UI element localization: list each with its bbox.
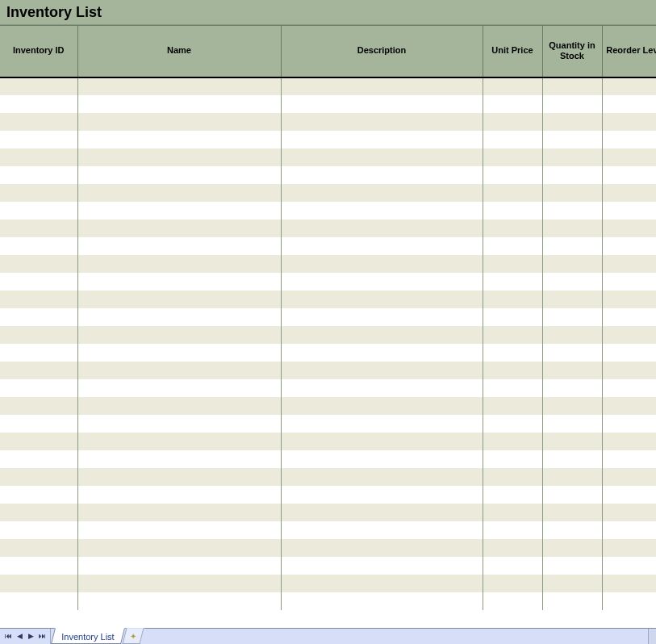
table-cell[interactable] bbox=[0, 113, 77, 131]
table-cell[interactable] bbox=[0, 166, 77, 184]
table-cell[interactable] bbox=[483, 592, 542, 610]
new-sheet-button[interactable]: ✦ bbox=[123, 628, 144, 644]
table-cell[interactable] bbox=[602, 113, 656, 131]
table-cell[interactable] bbox=[602, 362, 656, 379]
table-cell[interactable] bbox=[483, 433, 542, 450]
table-cell[interactable] bbox=[542, 557, 602, 575]
table-cell[interactable] bbox=[483, 77, 542, 95]
table-row[interactable] bbox=[0, 379, 656, 397]
table-row[interactable] bbox=[0, 95, 656, 113]
table-cell[interactable] bbox=[0, 450, 77, 468]
table-cell[interactable] bbox=[483, 273, 542, 291]
table-cell[interactable] bbox=[77, 113, 281, 131]
table-row[interactable] bbox=[0, 166, 656, 184]
table-cell[interactable] bbox=[542, 521, 602, 539]
table-cell[interactable] bbox=[602, 255, 656, 273]
table-cell[interactable] bbox=[542, 237, 602, 255]
table-cell[interactable] bbox=[281, 308, 483, 326]
table-row[interactable] bbox=[0, 113, 656, 131]
table-cell[interactable] bbox=[281, 202, 483, 220]
table-cell[interactable] bbox=[77, 433, 281, 450]
table-row[interactable] bbox=[0, 326, 656, 344]
table-row[interactable] bbox=[0, 220, 656, 237]
table-row[interactable] bbox=[0, 557, 656, 575]
table-cell[interactable] bbox=[542, 504, 602, 521]
table-cell[interactable] bbox=[542, 575, 602, 592]
table-cell[interactable] bbox=[77, 220, 281, 237]
table-cell[interactable] bbox=[483, 486, 542, 504]
table-cell[interactable] bbox=[0, 326, 77, 344]
table-cell[interactable] bbox=[602, 202, 656, 220]
table-cell[interactable] bbox=[0, 184, 77, 202]
table-cell[interactable] bbox=[602, 468, 656, 486]
table-cell[interactable] bbox=[77, 504, 281, 521]
col-header-inventory-id[interactable]: Inventory ID bbox=[0, 26, 77, 77]
table-cell[interactable] bbox=[77, 273, 281, 291]
table-row[interactable] bbox=[0, 77, 656, 95]
table-cell[interactable] bbox=[281, 486, 483, 504]
table-cell[interactable] bbox=[542, 148, 602, 166]
table-cell[interactable] bbox=[602, 326, 656, 344]
table-cell[interactable] bbox=[77, 77, 281, 95]
table-cell[interactable] bbox=[281, 237, 483, 255]
table-cell[interactable] bbox=[483, 575, 542, 592]
table-cell[interactable] bbox=[602, 397, 656, 415]
table-cell[interactable] bbox=[542, 450, 602, 468]
table-cell[interactable] bbox=[542, 255, 602, 273]
table-cell[interactable] bbox=[77, 539, 281, 557]
table-cell[interactable] bbox=[77, 95, 281, 113]
table-cell[interactable] bbox=[542, 326, 602, 344]
table-row[interactable] bbox=[0, 415, 656, 433]
table-cell[interactable] bbox=[77, 202, 281, 220]
table-cell[interactable] bbox=[483, 504, 542, 521]
table-row[interactable] bbox=[0, 202, 656, 220]
table-cell[interactable] bbox=[0, 255, 77, 273]
table-cell[interactable] bbox=[602, 379, 656, 397]
table-cell[interactable] bbox=[281, 468, 483, 486]
table-cell[interactable] bbox=[0, 237, 77, 255]
table-cell[interactable] bbox=[77, 362, 281, 379]
table-row[interactable] bbox=[0, 237, 656, 255]
table-cell[interactable] bbox=[0, 397, 77, 415]
table-row[interactable] bbox=[0, 592, 656, 610]
table-cell[interactable] bbox=[542, 184, 602, 202]
table-cell[interactable] bbox=[602, 220, 656, 237]
table-cell[interactable] bbox=[483, 379, 542, 397]
table-cell[interactable] bbox=[0, 415, 77, 433]
table-cell[interactable] bbox=[77, 148, 281, 166]
table-cell[interactable] bbox=[281, 255, 483, 273]
vertical-scrollbar-stub[interactable] bbox=[648, 629, 656, 644]
col-header-name[interactable]: Name bbox=[77, 26, 281, 77]
table-cell[interactable] bbox=[602, 166, 656, 184]
table-cell[interactable] bbox=[281, 77, 483, 95]
table-cell[interactable] bbox=[483, 202, 542, 220]
table-cell[interactable] bbox=[602, 415, 656, 433]
table-cell[interactable] bbox=[0, 379, 77, 397]
table-cell[interactable] bbox=[602, 273, 656, 291]
table-cell[interactable] bbox=[77, 291, 281, 308]
table-cell[interactable] bbox=[0, 521, 77, 539]
table-cell[interactable] bbox=[542, 468, 602, 486]
table-cell[interactable] bbox=[542, 362, 602, 379]
table-row[interactable] bbox=[0, 539, 656, 557]
table-cell[interactable] bbox=[77, 237, 281, 255]
table-cell[interactable] bbox=[483, 148, 542, 166]
table-cell[interactable] bbox=[77, 326, 281, 344]
table-cell[interactable] bbox=[281, 326, 483, 344]
table-cell[interactable] bbox=[602, 557, 656, 575]
table-cell[interactable] bbox=[602, 539, 656, 557]
table-cell[interactable] bbox=[0, 95, 77, 113]
table-cell[interactable] bbox=[77, 450, 281, 468]
sheet-nav-first-icon[interactable]: ⏮ bbox=[2, 629, 14, 644]
table-cell[interactable] bbox=[483, 468, 542, 486]
table-cell[interactable] bbox=[281, 415, 483, 433]
table-cell[interactable] bbox=[602, 592, 656, 610]
table-cell[interactable] bbox=[0, 202, 77, 220]
table-cell[interactable] bbox=[542, 486, 602, 504]
col-header-description[interactable]: Description bbox=[281, 26, 483, 77]
table-cell[interactable] bbox=[602, 131, 656, 148]
table-cell[interactable] bbox=[542, 95, 602, 113]
table-cell[interactable] bbox=[483, 450, 542, 468]
table-cell[interactable] bbox=[602, 344, 656, 362]
table-row[interactable] bbox=[0, 450, 656, 468]
